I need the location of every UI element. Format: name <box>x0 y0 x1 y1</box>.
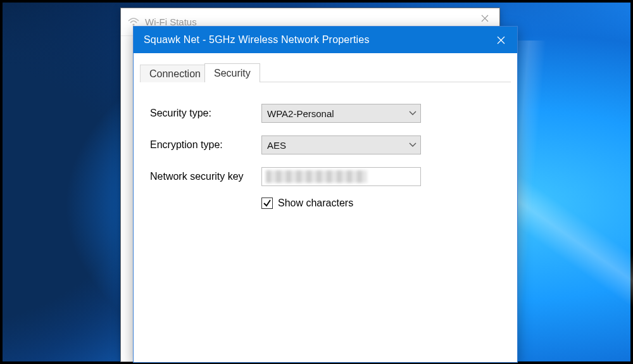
network-key-input[interactable] <box>261 167 421 186</box>
tab-connection[interactable]: Connection <box>140 65 210 82</box>
show-characters-checkbox[interactable] <box>261 198 273 209</box>
select-value: AES <box>267 140 286 151</box>
obscured-key-icon <box>266 170 367 183</box>
close-icon <box>497 36 505 44</box>
desktop-background: Wi-Fi Status Squawk Net - 5GHz Wireless … <box>0 0 633 364</box>
row-security-type: Security type: WPA2-Personal <box>150 104 501 123</box>
encryption-type-select[interactable]: AES <box>261 135 421 154</box>
check-icon <box>263 199 272 208</box>
show-characters-label: Show characters <box>278 198 353 209</box>
select-value: WPA2-Personal <box>267 108 334 119</box>
network-properties-window: Squawk Net - 5GHz Wireless Network Prope… <box>133 26 518 363</box>
window-title: Squawk Net - 5GHz Wireless Network Prope… <box>144 34 484 46</box>
chevron-down-icon <box>409 142 417 147</box>
close-button[interactable] <box>484 27 517 53</box>
row-network-key: Network security key <box>150 167 501 186</box>
tab-security[interactable]: Security <box>204 63 260 82</box>
tab-label: Connection <box>149 68 201 80</box>
security-type-select[interactable]: WPA2-Personal <box>261 104 421 123</box>
tab-content-security: Security type: WPA2-Personal Encryption … <box>134 82 517 215</box>
chevron-down-icon <box>409 111 417 116</box>
tabstrip: Connection Security <box>140 61 511 82</box>
row-show-characters: Show characters <box>261 198 501 209</box>
titlebar[interactable]: Squawk Net - 5GHz Wireless Network Prope… <box>134 27 517 53</box>
tab-label: Security <box>214 68 251 79</box>
svg-point-0 <box>132 23 134 25</box>
security-type-label: Security type: <box>150 108 261 119</box>
encryption-type-label: Encryption type: <box>150 139 261 151</box>
row-encryption-type: Encryption type: AES <box>150 135 501 154</box>
network-key-label: Network security key <box>150 171 261 182</box>
